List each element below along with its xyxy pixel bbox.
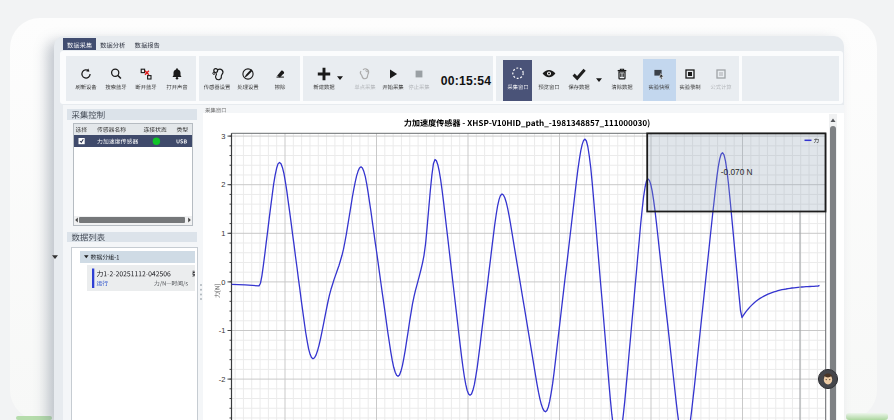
svg-text:2: 2 <box>221 180 225 189</box>
svg-text:0: 0 <box>221 278 225 287</box>
svg-text:3: 3 <box>221 132 225 141</box>
svg-text:1: 1 <box>221 229 225 238</box>
svg-text:-0.070 N: -0.070 N <box>721 167 753 177</box>
svg-text:-1: -1 <box>219 326 226 335</box>
svg-text:-2: -2 <box>219 375 226 384</box>
